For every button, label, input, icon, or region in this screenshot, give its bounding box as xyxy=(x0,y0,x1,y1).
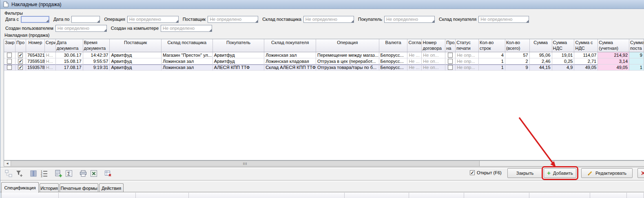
column-header-sum_post[interactable]: Сумма поста xyxy=(629,39,644,52)
scrollbar-thumb[interactable]: III xyxy=(11,161,480,166)
column-header-supplier_wh[interactable]: Склад поставщика xyxy=(162,39,213,52)
column-header-sum[interactable]: Сумма xyxy=(530,39,552,52)
add-button[interactable]: +Добавить xyxy=(544,168,576,178)
filter-field-operation[interactable]: Не определено xyxy=(127,16,179,23)
column-header-posted[interactable]: Про xyxy=(15,39,26,52)
tab-история[interactable]: История xyxy=(40,183,59,192)
table-row[interactable]: ✓7359518Н...15.08.179:55:57АрвитфудЛожин… xyxy=(4,58,644,65)
tab-спецификация[interactable]: Спецификация xyxy=(1,182,39,193)
spec-column-header[interactable] xyxy=(345,193,409,198)
filters-row-1: Дата сДата поОперацияНе определеноПостав… xyxy=(5,16,533,23)
cell-supplier_wh: Магазин "Престон" ул... xyxy=(162,52,213,58)
filter-field-buyer-warehouse[interactable]: Не определено xyxy=(478,16,529,23)
cell-sum_vat: 0,25 xyxy=(552,58,575,65)
sum-sigma-toolbar-button[interactable]: Σ xyxy=(64,169,73,178)
table-row[interactable]: ✓7654321Н...30.06.1714:42:37АрвитфудМага… xyxy=(4,52,644,58)
cell-qty_total: 57 xyxy=(505,52,530,58)
filter-field-created-by-user[interactable]: Не определено xyxy=(55,25,107,32)
cell-supplier: Арвитфуд xyxy=(110,52,162,58)
column-header-closed[interactable]: Закр xyxy=(4,39,15,52)
spec-column-header[interactable] xyxy=(189,193,345,198)
table-delete-toolbar-button[interactable] xyxy=(103,169,113,178)
cell-posted-checkbox[interactable]: ✓ xyxy=(18,53,23,58)
cell-posted-checkbox[interactable]: ✓ xyxy=(18,59,23,64)
edit-button[interactable]: Редактировать xyxy=(581,168,633,178)
spec-column-header[interactable] xyxy=(590,193,627,198)
invoices-table: ЗакрПроНомерСериДата документаВремя доку… xyxy=(4,39,644,160)
scroll-left-button[interactable]: ◄ xyxy=(4,161,11,166)
cell-printed-checkbox[interactable] xyxy=(448,65,453,70)
cell-doc_time: 14:42:37 xyxy=(83,52,110,58)
column-header-doc_date[interactable]: Дата документа xyxy=(56,39,83,52)
filter-label-operation: Операция xyxy=(104,17,125,22)
column-header-buyer_wh[interactable]: Склад покупателя xyxy=(264,39,316,52)
column-header-operation[interactable]: Операция xyxy=(316,39,379,52)
cell-printed-checkbox[interactable] xyxy=(448,53,453,58)
cell-buyer: АЛЕСЯ КПП ТТФ xyxy=(213,65,265,71)
filter-field-date-to[interactable] xyxy=(71,16,100,23)
printer-toolbar-button[interactable] xyxy=(78,169,88,178)
column-header-contract_no[interactable]: Номер договора xyxy=(422,39,445,52)
open-f6-checkbox-box[interactable]: ✓ xyxy=(470,170,475,175)
partial-button[interactable] xyxy=(637,168,644,178)
filter-field-created-on-computer[interactable]: Не определено xyxy=(161,25,212,32)
excel-export-toolbar-button[interactable] xyxy=(89,169,98,178)
filter-label-created-on-computer: Создан на компьютере xyxy=(111,26,159,31)
cell-closed-checkbox[interactable] xyxy=(7,65,12,70)
spec-column-header[interactable] xyxy=(464,193,529,198)
cell-posted-checkbox[interactable]: ✓ xyxy=(18,65,23,70)
column-header-sum_with_vat[interactable]: Сумма с НДС xyxy=(574,39,598,52)
calculator-add-toolbar-button[interactable] xyxy=(53,169,63,178)
cell-sum_with_vat: 2,71 xyxy=(574,58,598,65)
filter-field-buyer[interactable]: Не определено xyxy=(384,16,435,23)
cell-supplier: Арвитфуд xyxy=(110,58,162,65)
column-header-print_status[interactable]: Статус печати xyxy=(456,39,479,52)
column-header-sum_accounting[interactable]: Сумма (учетная) xyxy=(598,39,629,52)
column-header-buyer[interactable]: Покупатель xyxy=(213,39,265,52)
cell-buyer: Арвитфуд xyxy=(213,58,265,65)
cell-closed-checkbox[interactable] xyxy=(7,53,12,58)
spec-column-header[interactable] xyxy=(409,193,464,198)
close-button[interactable]: Закрыть xyxy=(507,168,542,178)
spec-column-header[interactable] xyxy=(59,193,136,198)
window-titlebar[interactable]: Накладные (продажа) xyxy=(0,0,644,9)
filter-value-created-by-user: Не определено xyxy=(58,26,89,31)
filter-field-supplier[interactable]: Не определено xyxy=(208,16,258,23)
column-header-series[interactable]: Сери xyxy=(45,39,56,52)
filter-add-toolbar-button[interactable] xyxy=(14,169,24,178)
filter-field-supplier-warehouse[interactable]: Не определено xyxy=(303,16,354,23)
column-select-toolbar-button[interactable] xyxy=(29,169,38,178)
column-header-currency[interactable]: Валюта xyxy=(379,39,408,52)
column-header-doc_time[interactable]: Время документа xyxy=(83,39,110,52)
add-button-label: Добавить xyxy=(553,171,573,176)
column-header-agreement[interactable]: Соглаш xyxy=(407,39,422,52)
cell-closed-checkbox[interactable] xyxy=(7,59,12,64)
cell-supplier: Арвитфуд xyxy=(110,65,162,71)
filter-value-operation: Не определено xyxy=(129,17,161,22)
horizontal-scrollbar[interactable]: ◄ III xyxy=(4,160,644,167)
cell-buyer_wh: Склад АЛЕСЯ КПП ТТФ xyxy=(264,65,316,71)
column-header-number[interactable]: Номер xyxy=(26,39,45,52)
filter-field-date-from[interactable] xyxy=(21,16,49,23)
tab-действия[interactable]: Действия xyxy=(99,183,124,192)
cell-sum_post: 1 xyxy=(629,65,644,71)
open-f6-checkbox[interactable]: ✓ Открыт (F6) xyxy=(470,170,502,175)
column-header-sum_vat[interactable]: Сумма НДС xyxy=(552,39,575,52)
cell-line_count: 4 xyxy=(479,52,505,58)
tree-view-toolbar-button[interactable] xyxy=(4,169,13,178)
column-header-qty_total[interactable]: Кол-во (всего) xyxy=(505,39,530,52)
pencil-icon xyxy=(587,170,593,176)
spec-column-header[interactable] xyxy=(136,193,189,198)
tab-печатные-формы[interactable]: Печатные формы xyxy=(60,183,98,192)
spec-column-header[interactable] xyxy=(627,193,644,198)
spec-column-header[interactable] xyxy=(2,193,59,198)
cell-buyer: Арвитфуд xyxy=(213,52,265,58)
numbered-list-toolbar-button[interactable]: 123 xyxy=(39,169,49,178)
column-header-printed[interactable]: Про, на xyxy=(445,39,456,52)
cell-posted: ✓ xyxy=(15,65,26,71)
cell-printed-checkbox[interactable] xyxy=(448,59,453,64)
column-header-supplier[interactable]: Поставщик xyxy=(110,39,162,52)
column-header-line_count[interactable]: Кол-во строк xyxy=(479,39,505,52)
table-row[interactable]: ✓1593578Н...17.08.179:19:31АрвитфудЛожин… xyxy=(4,65,644,71)
spec-column-header[interactable] xyxy=(529,193,591,198)
